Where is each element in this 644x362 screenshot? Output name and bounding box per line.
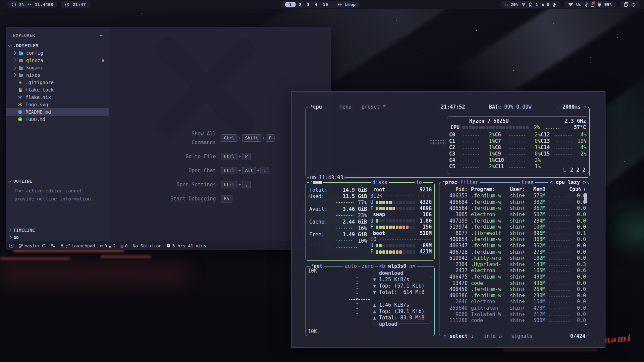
proc-row[interactable]: 9080Isolated Wshin+212M0.0 (442, 311, 586, 317)
clock-pill[interactable]: 21:47 (61, 1, 90, 8)
proc-row[interactable]: 111286codeshin+506M0.0 (442, 317, 586, 324)
git-icon (17, 80, 23, 85)
file-label: flake.lock (25, 87, 54, 93)
scroll-down-icon[interactable]: ↓ (584, 320, 587, 326)
proc-row[interactable]: 406353.ferdium-wshin+576M0.0 (442, 193, 586, 199)
power-icon[interactable] (631, 2, 636, 7)
power-plug-icon (597, 2, 601, 7)
workspace-1[interactable]: 1 (285, 2, 296, 7)
outline-header[interactable]: OUTLINE (6, 177, 109, 185)
workspace-3[interactable]: 3 (305, 2, 312, 7)
cpu-core-C14: C144% (541, 144, 587, 150)
proc-row[interactable]: 519974.ferdium-wshin+103M0.0 (442, 224, 586, 230)
proc-footer-info[interactable]: info ↵ (482, 333, 503, 340)
system-stats-pill[interactable]: 2% 11.44GB (7, 1, 57, 8)
proc-footer-signals[interactable]: signals (510, 333, 534, 340)
net-zero-toggle[interactable]: zero (360, 263, 375, 269)
problems-indicator[interactable]: ⊗ 0 ▲ 2 (100, 243, 115, 248)
connectivity-pill[interactable]: Uc 99% (564, 1, 616, 8)
disk-boot: boot510M (370, 230, 432, 237)
cpu-box-title[interactable]: ¹cpu (309, 104, 323, 110)
file-label: .gitignore (25, 80, 54, 85)
session-pill (620, 1, 640, 8)
disks-toggle[interactable]: disks (371, 179, 389, 186)
folder-kogami[interactable]: kogami (6, 64, 109, 71)
net-interface-selector[interactable]: <b wlp3s0 n> (378, 263, 417, 269)
proc-row[interactable]: 2846electronshin+154M0.0 (442, 299, 586, 305)
proc-box-title[interactable]: ⁴proc (441, 179, 459, 186)
info-icon (17, 109, 23, 115)
folder-icon (18, 58, 23, 63)
key-chip: Ctrl (221, 181, 237, 188)
chevron-right-icon (12, 51, 16, 55)
project-root-folder[interactable]: .DOTFILES (6, 42, 109, 49)
worktime-indicator[interactable]: 3 hrs 41 mins (166, 243, 206, 248)
proc-row[interactable]: 406684.ferdium-wshin+382M0.0 (442, 199, 586, 205)
launchpad-indicator[interactable]: Launchpad (60, 243, 95, 248)
proc-filter-button[interactable]: filter (459, 179, 480, 186)
proc-row[interactable]: 406728.ferdium-wshin+273M0.0 (442, 249, 586, 255)
folder-ginoza[interactable]: ginoza (6, 57, 109, 64)
io-toggle[interactable]: io (415, 179, 423, 186)
proc-row[interactable]: 406450.ferdium-wshin+264M0.0 (442, 286, 586, 293)
proc-row[interactable]: 13470codeshin+436M0.0 (442, 280, 586, 286)
tune-icon[interactable] (51, 244, 55, 248)
proc-row[interactable]: 253640gitkrakenshin+473M0.0 (442, 305, 586, 311)
file-TODO.md[interactable]: TODO.md (6, 116, 109, 123)
folder-config[interactable]: config (6, 49, 109, 57)
proc-row[interactable]: 2364.Hyprland-shin+143M0.3 (442, 261, 586, 268)
proc-row[interactable]: 519942.kitty-wrashin+182M0.0 (442, 255, 586, 261)
proc-scrollbar[interactable] (584, 193, 587, 203)
proc-row[interactable]: 3065electronshin+507M0.0 (442, 212, 586, 218)
solution-indicator[interactable]: No Solution (132, 243, 161, 248)
input-method-indicator: Uc (576, 2, 582, 7)
keybinding-row: Go to FileCtrl+P (165, 152, 275, 161)
ports-indicator[interactable]: ◎ 0 (121, 243, 128, 248)
git-branch-indicator[interactable]: master (19, 243, 46, 248)
check-icon (17, 117, 23, 122)
mem-stat-row: Free:1.49 GiB (309, 231, 367, 238)
keybinding-label: Go to File (165, 152, 221, 161)
proc-sort-selector[interactable]: < cpu lazy > (548, 179, 587, 186)
folder-nixos[interactable]: nixos (6, 71, 109, 79)
proc-column-headers[interactable]: Pid: Program: User: MemB Cpu% ↑ (442, 186, 586, 192)
cpu-model: Ryzen 7 5825U (469, 118, 508, 124)
proc-row[interactable]: 406347.ferdium-wshin+362M0.0 (442, 243, 586, 249)
proc-row[interactable]: 8077.librewolfshin+896M0.1 (442, 230, 586, 237)
hardware-pill[interactable]: ○ 20% 1 ◀ 0 (500, 1, 560, 8)
cpu-frequency: 2.3 GHz (565, 118, 586, 124)
proc-row[interactable]: 406654.ferdium-wshin+368M0.0 (442, 236, 586, 243)
file-flake.nix[interactable]: flake.nix (6, 94, 109, 101)
proc-row[interactable]: 406564.ferdium-wshin+367M0.0 (442, 205, 586, 212)
more-actions-icon[interactable]: ⋯ (100, 33, 103, 39)
update-interval[interactable]: - 2000ms + (555, 104, 588, 110)
clipboard-icon[interactable] (624, 2, 628, 7)
proc-row[interactable]: 406475.ferdium-wshin+430M0.0 (442, 274, 586, 280)
timeline-section[interactable]: TIMELINE (6, 226, 109, 234)
workspaces-pill: 123410 btop (281, 1, 360, 8)
file-label: config (26, 50, 43, 56)
upload-stat: ▲Top: (39.1 Kib) (373, 308, 433, 314)
proc-row[interactable]: 406386.ferdium-wshin+290M0.0 (442, 293, 586, 299)
file-.gitignore[interactable]: .gitignore (6, 79, 109, 86)
preset-button[interactable]: preset * (360, 104, 387, 110)
net-auto-toggle[interactable]: auto (343, 263, 358, 269)
proc-row[interactable]: 2437electronshin+165M0.6 (442, 267, 586, 274)
workspace-2[interactable]: 2 (297, 2, 304, 7)
proc-row[interactable]: 407199.ferdium-wshin+284M0.0 (442, 218, 586, 224)
file-label: ginoza (26, 58, 43, 63)
file-logo.svg[interactable]: logo.svg (6, 101, 109, 108)
remote-indicator[interactable] (9, 244, 14, 248)
key-chip: I (261, 167, 269, 174)
file-flake.lock[interactable]: flake.lock (6, 86, 109, 94)
mem-box-title[interactable]: ²mem (309, 179, 323, 186)
go-section[interactable]: GO (6, 234, 109, 241)
menu-button[interactable]: menu (338, 104, 353, 110)
mem-meter-row: 23% (309, 212, 367, 219)
workspace-10[interactable]: 10 (320, 2, 330, 7)
proc-footer-select[interactable]: ↑ select ↓ (442, 333, 475, 340)
nix-icon (17, 95, 23, 100)
file-README.md[interactable]: README.md (6, 108, 109, 116)
workspace-4[interactable]: 4 (312, 2, 320, 7)
proc-tree-toggle[interactable]: tree (520, 179, 535, 186)
